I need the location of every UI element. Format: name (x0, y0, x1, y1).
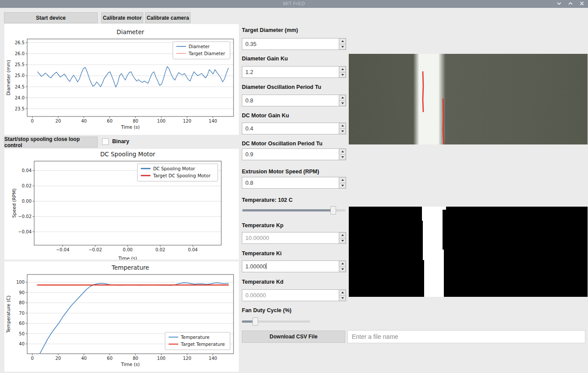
spin-down-icon[interactable] (339, 101, 346, 106)
spin-up-icon[interactable] (339, 232, 346, 238)
svg-text:Temperature: Temperature (181, 334, 209, 340)
svg-text:0.02: 0.02 (156, 247, 165, 252)
dc-motor-gain-input[interactable]: 0.4 (242, 123, 346, 134)
temperature-slider-label: Temperature: 102 C (242, 197, 293, 203)
svg-text:90: 90 (19, 290, 25, 295)
maximize-icon[interactable] (568, 1, 573, 6)
svg-text:24.5: 24.5 (15, 84, 25, 89)
spin-down-icon[interactable] (339, 129, 346, 134)
diameter-osc-period-label: Diameter Oscillation Period Tu (242, 84, 321, 90)
svg-text:Diameter (mm): Diameter (mm) (6, 60, 11, 95)
spin-up-icon[interactable] (339, 261, 346, 267)
spin-down-icon[interactable] (339, 183, 346, 189)
filename-input[interactable]: Enter a file name (347, 330, 585, 343)
svg-text:20: 20 (55, 119, 61, 123)
calibrate-motor-button[interactable]: Calibrate motor (101, 12, 143, 23)
svg-text:Target Temperature: Target Temperature (181, 341, 225, 347)
svg-text:0.04: 0.04 (22, 168, 32, 173)
temperature-kp-label: Temperature Kp (242, 222, 283, 229)
temperature-ki-input[interactable]: 1.00000 (242, 260, 346, 272)
svg-text:Time (s): Time (s) (120, 362, 140, 367)
spin-down-icon[interactable] (339, 267, 346, 272)
svg-text:80: 80 (133, 119, 138, 123)
spin-down-icon[interactable] (339, 72, 346, 78)
svg-text:0.00: 0.00 (123, 247, 132, 252)
svg-text:DC Spooling Motor: DC Spooling Motor (100, 151, 156, 158)
svg-text:70: 70 (19, 311, 25, 316)
svg-text:50: 50 (19, 331, 25, 336)
temperature-slider-groove[interactable] (242, 209, 345, 211)
minimize-icon[interactable] (556, 1, 562, 6)
diameter-osc-period-input[interactable]: 0.8 (242, 95, 346, 106)
temperature-kd-label: Temperature Kd (242, 279, 283, 285)
svg-text:100: 100 (157, 119, 166, 123)
svg-text:60: 60 (107, 356, 113, 361)
download-csv-button[interactable]: Download CSV File (242, 331, 345, 343)
svg-text:26.5: 26.5 (15, 40, 25, 45)
spin-down-icon[interactable] (339, 296, 346, 301)
spin-up-icon[interactable] (339, 39, 346, 44)
svg-text:0.02: 0.02 (22, 183, 32, 188)
svg-text:0: 0 (31, 119, 34, 123)
svg-text:Target DC Spooling Motor: Target DC Spooling Motor (152, 173, 211, 178)
spin-up-icon[interactable] (339, 149, 346, 155)
spooling-control-button[interactable]: Start/stop spooling close loop control (4, 137, 98, 148)
binary-fiber-stripe (422, 207, 446, 297)
fan-duty-cycle-label: Fan Duty Cycle (%) (242, 307, 291, 313)
calibrate-camera-button[interactable]: Calibrate camera (145, 12, 191, 23)
spin-down-icon[interactable] (339, 44, 346, 50)
dc-motor-osc-period-input[interactable]: 0.9 (242, 148, 346, 160)
spin-up-icon[interactable] (339, 290, 346, 296)
temperature-slider[interactable] (242, 206, 345, 215)
svg-text:23.5: 23.5 (15, 106, 25, 111)
svg-text:25.0: 25.0 (15, 73, 25, 78)
binary-checkbox-label: Binary (112, 138, 129, 144)
filename-placeholder: Enter a file name (352, 333, 398, 340)
diameter-gain-input[interactable]: 1.2 (242, 66, 346, 78)
fan-slider-handle[interactable] (252, 317, 258, 326)
temperature-kd-input[interactable]: 0.00000 (242, 289, 346, 301)
svg-text:120: 120 (183, 356, 191, 361)
temperature-chart: 405060708090100020406080100120140Tempera… (4, 261, 239, 372)
start-device-button[interactable]: Start device (4, 12, 98, 23)
svg-text:−0.02: −0.02 (89, 247, 102, 252)
svg-text:80: 80 (19, 300, 25, 305)
spin-down-icon[interactable] (339, 238, 346, 244)
dc-motor-gain-label: DC Motor Gain Ku (242, 113, 289, 119)
camera-view-binary (349, 207, 588, 297)
close-icon[interactable] (579, 1, 584, 6)
spin-up-icon[interactable] (339, 177, 346, 183)
svg-text:Temperature: Temperature (111, 264, 149, 271)
extrusion-speed-input[interactable]: 0.8 (242, 177, 346, 189)
svg-text:140: 140 (209, 119, 217, 123)
fan-duty-cycle-slider[interactable] (242, 317, 310, 326)
svg-text:Temperature (C): Temperature (C) (6, 296, 11, 333)
svg-text:DC Spooling Motor: DC Spooling Motor (153, 166, 195, 171)
camera-view-raw (349, 54, 588, 144)
svg-text:Target Diameter: Target Diameter (188, 51, 226, 56)
extrusion-speed-label: Extrusion Motor Speed (RPM) (242, 169, 319, 175)
binary-checkbox[interactable] (102, 138, 109, 145)
target-diameter-input[interactable]: 0.35 (242, 38, 346, 50)
svg-text:Time (s): Time (s) (120, 124, 140, 130)
svg-text:40: 40 (81, 119, 87, 123)
svg-text:40: 40 (19, 341, 25, 346)
svg-text:80: 80 (133, 356, 138, 361)
spin-up-icon[interactable] (339, 95, 346, 101)
svg-text:140: 140 (209, 356, 217, 361)
svg-text:100: 100 (157, 356, 166, 361)
spin-up-icon[interactable] (339, 123, 346, 129)
title-bar: MIT FrED (0, 0, 588, 8)
temperature-slider-handle[interactable] (330, 206, 336, 215)
text-caret (266, 263, 266, 269)
dc-motor-osc-period-label: DC Motor Oscillation Period Tu (242, 141, 322, 147)
spin-down-icon[interactable] (339, 155, 346, 160)
svg-text:Diameter: Diameter (117, 28, 144, 35)
svg-text:0.04: 0.04 (188, 247, 198, 252)
svg-text:0.00: 0.00 (22, 199, 32, 204)
svg-text:20: 20 (55, 356, 61, 361)
target-diameter-label: Target Diameter (mm) (242, 27, 298, 33)
temperature-kp-input[interactable]: 10.00000 (242, 232, 346, 244)
spin-up-icon[interactable] (339, 67, 346, 72)
svg-text:Time (s): Time (s) (118, 256, 137, 260)
